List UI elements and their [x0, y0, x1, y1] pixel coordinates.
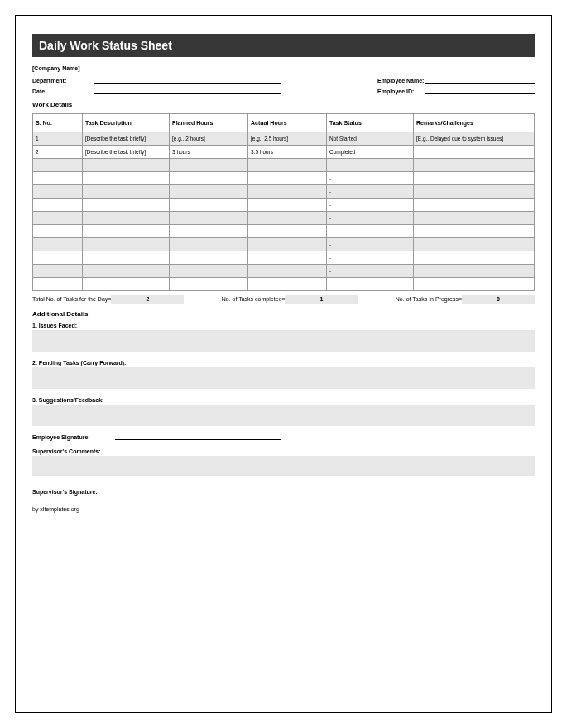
table-cell-sno[interactable] — [33, 251, 83, 265]
table-cell-planned[interactable] — [170, 172, 248, 185]
table-cell-actual[interactable] — [248, 251, 327, 265]
table-cell-planned[interactable] — [170, 199, 248, 212]
table-cell-remarks[interactable] — [414, 199, 535, 212]
table-cell-sno[interactable] — [33, 238, 83, 251]
table-cell-desc[interactable] — [83, 225, 170, 238]
table-cell-actual[interactable] — [248, 159, 327, 172]
table-cell-desc[interactable] — [83, 251, 170, 265]
table-cell-sno[interactable]: 2 — [33, 146, 83, 159]
table-cell-status[interactable]: - — [327, 199, 414, 212]
table-cell-desc[interactable] — [83, 238, 170, 251]
additional-details-heading: Additional Details — [32, 310, 535, 318]
table-cell-planned[interactable] — [170, 238, 248, 251]
table-row: - — [33, 238, 535, 251]
table-cell-planned[interactable] — [170, 185, 248, 199]
table-row: - — [33, 172, 535, 185]
table-cell-sno[interactable] — [33, 225, 83, 238]
table-cell-remarks[interactable] — [414, 185, 535, 199]
col-sno: S. No. — [33, 114, 83, 132]
table-cell-desc[interactable]: [Describe the task briefly] — [83, 146, 170, 159]
table-cell-desc[interactable] — [83, 212, 170, 225]
date-label: Date: — [32, 89, 94, 94]
suggestions-box[interactable] — [32, 405, 535, 426]
pending-tasks-section: 2. Pending Tasks (Carry Forward): — [32, 360, 535, 389]
work-details-heading: Work Details — [32, 101, 535, 108]
table-cell-sno[interactable] — [33, 278, 83, 291]
table-cell-status[interactable]: - — [327, 251, 414, 265]
table-cell-planned[interactable] — [170, 159, 248, 172]
table-cell-status[interactable]: Completed — [327, 146, 414, 159]
table-cell-actual[interactable]: [e.g., 2.5 hours] — [248, 132, 327, 146]
employee-name-input-line[interactable] — [425, 76, 535, 84]
table-cell-status[interactable]: - — [327, 278, 414, 291]
table-cell-status[interactable]: - — [327, 265, 414, 278]
pending-tasks-box[interactable] — [32, 367, 535, 389]
table-cell-sno[interactable] — [33, 172, 83, 185]
employee-id-input-line[interactable] — [425, 87, 535, 94]
table-cell-actual[interactable] — [248, 185, 327, 199]
table-cell-desc[interactable] — [83, 185, 170, 199]
table-cell-desc[interactable] — [83, 172, 170, 185]
department-input-line[interactable] — [94, 76, 281, 84]
completed-tasks-value: 1 — [285, 295, 358, 304]
employee-signature-label: Employee Signature: — [32, 434, 90, 440]
table-cell-planned[interactable] — [170, 212, 248, 225]
table-cell-actual[interactable]: 3.5 hours — [248, 146, 327, 159]
table-cell-sno[interactable] — [33, 185, 83, 199]
table-cell-planned[interactable] — [170, 225, 248, 238]
table-cell-planned[interactable]: 3 hours — [170, 146, 248, 159]
table-cell-actual[interactable] — [248, 172, 327, 185]
table-cell-actual[interactable] — [248, 278, 327, 291]
table-cell-status[interactable]: - — [327, 172, 414, 185]
table-cell-remarks[interactable] — [414, 212, 535, 225]
table-cell-remarks[interactable] — [414, 251, 535, 265]
date-input-line[interactable] — [94, 87, 281, 94]
table-cell-actual[interactable] — [248, 265, 327, 278]
table-cell-remarks[interactable] — [414, 238, 535, 251]
table-cell-actual[interactable] — [248, 225, 327, 238]
table-cell-desc[interactable] — [83, 278, 170, 291]
col-planned: Planned Hours — [170, 114, 248, 132]
table-cell-remarks[interactable] — [414, 265, 535, 278]
supervisor-signature-label: Supervisor's Signature: — [32, 489, 535, 495]
table-cell-remarks[interactable] — [414, 159, 535, 172]
table-cell-actual[interactable] — [248, 212, 327, 225]
table-cell-status[interactable]: Not Started — [327, 132, 414, 146]
table-cell-sno[interactable] — [33, 212, 83, 225]
table-cell-sno[interactable] — [33, 199, 83, 212]
table-cell-sno[interactable] — [33, 265, 83, 278]
table-row: - — [33, 225, 535, 238]
table-cell-sno[interactable] — [33, 159, 83, 172]
progress-tasks-label: No. of Tasks In Progress= — [396, 296, 462, 302]
col-remarks: Remarks/Challenges — [414, 114, 535, 132]
table-cell-remarks[interactable]: [E.g., Delayed due to system issues] — [414, 132, 535, 146]
header-row-1: Department: Employee Name: — [32, 76, 535, 84]
table-cell-status[interactable]: - — [327, 212, 414, 225]
table-cell-actual[interactable] — [248, 199, 327, 212]
issues-faced-box[interactable] — [32, 330, 535, 352]
table-cell-planned[interactable] — [170, 278, 248, 291]
table-cell-remarks[interactable] — [414, 146, 535, 159]
table-cell-status[interactable]: - — [327, 225, 414, 238]
table-cell-actual[interactable] — [248, 238, 327, 251]
table-cell-desc[interactable]: [Describe the task briefly] — [83, 132, 170, 146]
table-cell-status[interactable]: - — [327, 185, 414, 199]
table-cell-planned[interactable] — [170, 251, 248, 265]
table-cell-remarks[interactable] — [414, 225, 535, 238]
table-cell-remarks[interactable] — [414, 278, 535, 291]
table-cell-desc[interactable] — [83, 199, 170, 212]
header-row-2: Date: Employee ID: — [32, 87, 535, 94]
table-cell-status[interactable]: - — [327, 238, 414, 251]
table-cell-status[interactable] — [327, 159, 414, 172]
employee-signature-line[interactable] — [115, 433, 281, 440]
col-actual: Actual Hours — [248, 114, 327, 132]
table-cell-planned[interactable]: [e.g., 2 hours] — [170, 132, 248, 146]
table-cell-sno[interactable]: 1 — [33, 132, 83, 146]
table-row: - — [33, 199, 535, 212]
supervisor-comments-box[interactable] — [32, 456, 535, 476]
pending-tasks-label: 2. Pending Tasks (Carry Forward): — [32, 360, 535, 366]
table-cell-desc[interactable] — [83, 159, 170, 172]
table-cell-remarks[interactable] — [414, 172, 535, 185]
table-cell-planned[interactable] — [170, 265, 248, 278]
table-cell-desc[interactable] — [83, 265, 170, 278]
